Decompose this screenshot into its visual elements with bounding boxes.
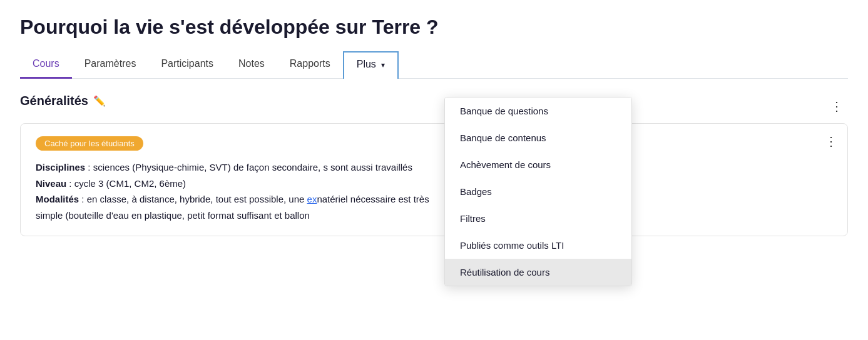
modalites-line: Modalités : en classe, à distance, hybri… xyxy=(36,191,832,208)
dropdown-item-banque-questions[interactable]: Banque de questions xyxy=(445,98,631,124)
dropdown-item-banque-contenus[interactable]: Banque de contenus xyxy=(445,124,631,151)
page-title: Pourquoi la vie s'est développée sur Ter… xyxy=(20,15,848,39)
tabs-nav: Cours Paramètres Participants Notes Rapp… xyxy=(20,51,848,79)
card-menu-button[interactable]: ⋮ xyxy=(825,134,837,149)
tab-rapports[interactable]: Rapports xyxy=(277,52,343,79)
tab-plus[interactable]: Plus ▾ xyxy=(343,51,399,79)
tab-notes[interactable]: Notes xyxy=(226,52,277,79)
tab-plus-label: Plus xyxy=(357,59,376,69)
modalites-link[interactable]: ex xyxy=(307,194,317,204)
dropdown-item-filtres[interactable]: Filtres xyxy=(445,205,631,232)
content-area: Généralités ✏️ ⋮ Caché pour les étudiant… xyxy=(20,79,848,236)
niveau-label: Niveau xyxy=(36,178,66,189)
tab-parametres[interactable]: Paramètres xyxy=(72,52,149,79)
content-card: Caché pour les étudiants ⋮ Disciplines :… xyxy=(20,123,848,236)
chevron-down-icon: ▾ xyxy=(381,61,385,69)
tab-cours[interactable]: Cours xyxy=(20,52,72,79)
dropdown-item-achevement-cours[interactable]: Achèvement de cours xyxy=(445,151,631,178)
section-header: Généralités ✏️ ⋮ xyxy=(20,94,848,118)
tab-participants[interactable]: Participants xyxy=(148,52,226,79)
disciplines-line: Disciplines : sciences (Physique-chimie,… xyxy=(36,159,832,176)
card-last-line: simple (bouteille d'eau en plastique, pe… xyxy=(36,208,832,224)
dropdown-item-reutilisation-cours[interactable]: Réutilisation de cours xyxy=(445,259,631,286)
niveau-line: Niveau : cycle 3 (CM1, CM2, 6ème) xyxy=(36,176,832,192)
card-content: Disciplines : sciences (Physique-chimie,… xyxy=(36,159,832,223)
dropdown-item-badges[interactable]: Badges xyxy=(445,178,631,205)
modalites-label: Modalités xyxy=(36,194,79,204)
disciplines-label: Disciplines xyxy=(36,162,85,172)
section-title: Généralités ✏️ xyxy=(20,94,106,108)
section-menu-button[interactable]: ⋮ xyxy=(825,96,848,116)
plus-dropdown: Banque de questions Banque de contenus A… xyxy=(444,97,632,286)
dropdown-item-publies-outils[interactable]: Publiés comme outils LTI xyxy=(445,232,631,259)
edit-section-icon[interactable]: ✏️ xyxy=(93,95,106,107)
hidden-badge: Caché pour les étudiants xyxy=(36,136,143,151)
